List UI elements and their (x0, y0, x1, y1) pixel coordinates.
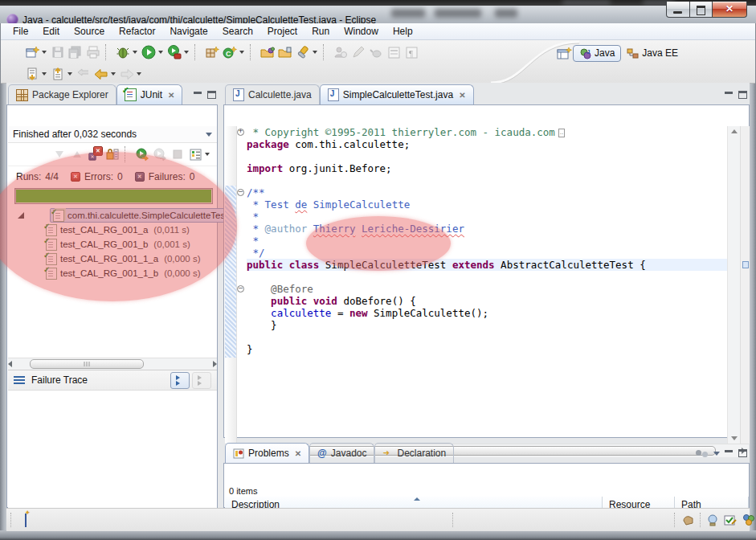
code-line[interactable]: * (247, 211, 727, 223)
code-line[interactable]: * (247, 235, 727, 247)
externalize-button[interactable] (368, 43, 384, 61)
next-annotation-button[interactable] (24, 65, 40, 83)
scroll-right-icon[interactable] (213, 361, 217, 367)
fast-view-icon[interactable] (25, 513, 27, 527)
scrollbar-thumb[interactable] (30, 359, 144, 369)
tab-package-explorer[interactable]: Package Explorer (8, 84, 116, 104)
menu-source[interactable]: Source (67, 24, 112, 39)
code-line[interactable]: public void doBefore() { (247, 295, 727, 307)
lamp-icon[interactable] (707, 514, 718, 526)
editor-vertical-scrollbar[interactable] (727, 126, 740, 444)
minimize-window-button[interactable] (666, 2, 690, 18)
code-line[interactable]: /** (247, 186, 727, 198)
tab-calculette-java[interactable]: Calculette.java (225, 84, 320, 104)
junit-test-row[interactable]: test_CAL_RG_001_1_b(0,000 s) (8, 266, 217, 280)
open-type-button[interactable] (259, 43, 276, 61)
junit-view-menu-dropdown[interactable] (205, 153, 210, 156)
scroll-down-icon[interactable] (731, 436, 738, 440)
tab-problems[interactable]: Problems ✕ (225, 443, 309, 463)
view-menu-icon[interactable] (713, 452, 720, 456)
maximize-view-icon[interactable] (738, 449, 747, 457)
next-failure-button[interactable] (51, 145, 67, 163)
scroll-left-icon[interactable] (8, 361, 12, 367)
junit-suite-row[interactable]: com.thi.calculette.SimpleCalculetteTest (8, 208, 217, 223)
next-annotation-dropdown[interactable] (42, 72, 47, 76)
minimize-view-icon[interactable] (725, 92, 734, 99)
junit-horizontal-scrollbar[interactable] (8, 358, 217, 370)
close-window-button[interactable] (713, 2, 747, 18)
code-line[interactable] (247, 174, 727, 186)
maximize-window-button[interactable] (690, 2, 713, 18)
rerun-failed-button[interactable] (152, 145, 168, 163)
tab-simplecalculettetest-java[interactable]: SimpleCalculetteTest.java ✕ (320, 84, 474, 104)
code-line[interactable]: package com.thi.calculette; (247, 138, 727, 150)
new-wizard-button[interactable] (24, 43, 40, 61)
maximize-view-icon[interactable] (207, 91, 216, 99)
focus-tasks-icon[interactable] (696, 450, 709, 456)
debug-button[interactable] (115, 43, 131, 61)
code-line[interactable]: import org.junit.Before; (247, 162, 727, 174)
menu-help[interactable]: Help (386, 24, 420, 39)
previous-failure-button[interactable] (69, 145, 85, 163)
tab-javadoc[interactable]: Javadoc (309, 443, 374, 463)
run-button[interactable] (141, 43, 157, 61)
overview-marker[interactable] (742, 261, 749, 268)
forward-button[interactable] (119, 65, 135, 83)
debug-dropdown[interactable] (133, 51, 137, 54)
external-tools-dropdown[interactable] (184, 51, 189, 54)
menu-project[interactable]: Project (260, 24, 304, 39)
junit-suite-selection[interactable]: com.thi.calculette.SimpleCalculetteTest (50, 208, 231, 223)
back-dropdown[interactable] (111, 72, 116, 76)
previous-annotation-dropdown[interactable] (67, 72, 72, 76)
code-line[interactable]: @Before (247, 283, 727, 295)
perspective-javaee-button[interactable]: Java EE (621, 46, 684, 61)
close-tab-icon[interactable]: ✕ (459, 91, 465, 100)
open-perspective-button[interactable] (556, 44, 572, 62)
format-button[interactable] (350, 43, 366, 61)
failures-only-button[interactable] (87, 145, 103, 163)
menu-file[interactable]: File (6, 24, 35, 39)
code-area[interactable]: * Copyright ©1995-2011 thierryler.com - … (236, 126, 727, 444)
junit-test-row[interactable]: test_CAL_RG_001_a(0,011 s) (8, 223, 217, 237)
junit-test-row[interactable]: test_CAL_RG_001_1_a(0,000 s) (8, 252, 217, 266)
code-line[interactable] (247, 271, 727, 283)
rerun-tests-button[interactable] (134, 145, 150, 163)
code-line[interactable] (247, 150, 727, 162)
last-edit-location-button[interactable] (76, 65, 92, 83)
code-line[interactable]: */ (247, 247, 727, 259)
tab-junit[interactable]: JUnit ✕ (116, 84, 183, 104)
title-bar[interactable]: Java - calculette/src/test/java/com/thi/… (0, 6, 756, 24)
save-all-button[interactable] (67, 43, 84, 61)
new-java-class-dropdown[interactable] (239, 51, 244, 54)
menu-refactor[interactable]: Refactor (112, 24, 162, 39)
menu-edit[interactable]: Edit (35, 24, 67, 39)
stop-button[interactable] (170, 145, 186, 163)
external-tools-button[interactable] (166, 43, 182, 61)
minimize-view-icon[interactable] (725, 450, 734, 457)
tab-declaration[interactable]: Declaration (374, 443, 454, 463)
previous-annotation-button[interactable] (50, 65, 66, 83)
menu-search[interactable]: Search (215, 24, 260, 39)
code-line[interactable]: * Test de SimpleCalculette (247, 198, 727, 211)
back-button[interactable] (93, 65, 109, 83)
code-line[interactable]: * Copyright ©1995-2011 thierryler.com - … (247, 126, 727, 138)
balloons-icon[interactable] (742, 514, 755, 526)
new-wizard-dropdown[interactable] (42, 51, 47, 54)
task-check-icon[interactable] (724, 514, 737, 526)
open-resource-button[interactable] (277, 43, 293, 61)
search-button[interactable] (295, 43, 311, 61)
user-activity-button[interactable] (333, 43, 349, 61)
close-tab-icon[interactable]: ✕ (295, 449, 301, 458)
view-menu-icon[interactable] (206, 133, 212, 137)
editor-overview-ruler[interactable] (740, 126, 750, 444)
scroll-lock-button[interactable] (104, 145, 121, 163)
new-java-class-button[interactable]: C (222, 43, 238, 61)
code-line[interactable] (247, 331, 727, 343)
code-line[interactable]: } (247, 343, 727, 355)
code-line[interactable]: calculette = new SimpleCalculette(); (247, 307, 727, 319)
menu-navigate[interactable]: Navigate (162, 24, 215, 39)
minimize-view-icon[interactable] (194, 92, 202, 99)
search-dropdown[interactable] (313, 51, 317, 54)
test-hierarchy-button[interactable] (187, 145, 203, 163)
run-dropdown[interactable] (158, 51, 163, 54)
